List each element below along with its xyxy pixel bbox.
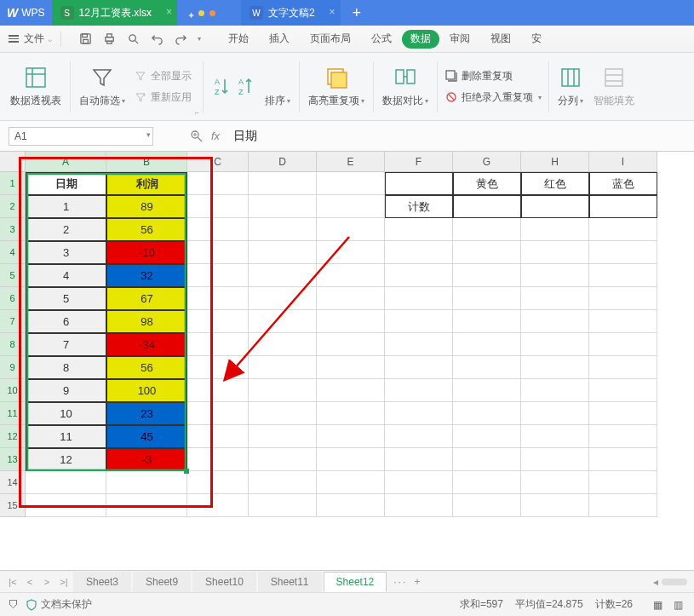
row-header-11[interactable]: 11 bbox=[0, 402, 26, 425]
cell[interactable] bbox=[453, 379, 521, 402]
insert-function-icon[interactable] bbox=[187, 127, 206, 146]
sort-button[interactable]: 排序▾ bbox=[260, 61, 295, 112]
cell[interactable]: 32 bbox=[106, 264, 187, 287]
sheet-tab-Sheet12[interactable]: Sheet12 bbox=[324, 572, 387, 592]
cell[interactable]: 8 bbox=[26, 356, 106, 379]
row-header-3[interactable]: 3 bbox=[0, 218, 26, 241]
cell[interactable] bbox=[453, 448, 521, 471]
cell[interactable]: 7 bbox=[26, 333, 106, 356]
col-header-I[interactable]: I bbox=[589, 152, 657, 172]
formula-value[interactable]: 日期 bbox=[233, 129, 257, 144]
row-header-5[interactable]: 5 bbox=[0, 264, 26, 287]
save-button[interactable] bbox=[75, 30, 95, 49]
cell[interactable] bbox=[249, 494, 317, 517]
cell[interactable] bbox=[385, 471, 453, 494]
fill-handle[interactable] bbox=[184, 469, 189, 474]
cell[interactable]: 6 bbox=[26, 310, 106, 333]
row-header-8[interactable]: 8 bbox=[0, 333, 26, 356]
cell[interactable]: 4 bbox=[26, 264, 106, 287]
cell[interactable] bbox=[589, 494, 657, 517]
view-pagebreak-icon[interactable]: ▥ bbox=[670, 597, 685, 613]
smartfill-button[interactable]: 智能填充 bbox=[588, 61, 640, 112]
cell[interactable] bbox=[26, 471, 106, 494]
cell[interactable] bbox=[385, 333, 453, 356]
sheet-tab-Sheet3[interactable]: Sheet3 bbox=[73, 572, 131, 592]
cell[interactable] bbox=[317, 402, 385, 425]
col-header-A[interactable]: A bbox=[26, 152, 106, 172]
cell[interactable] bbox=[187, 218, 249, 241]
cell[interactable] bbox=[249, 287, 317, 310]
cell[interactable]: 红色 bbox=[521, 172, 589, 195]
cell[interactable] bbox=[521, 287, 589, 310]
sheet-last-button[interactable]: >| bbox=[56, 574, 72, 590]
cell[interactable] bbox=[589, 402, 657, 425]
removedup-button[interactable]: 删除重复项 bbox=[441, 67, 545, 85]
cell[interactable]: 98 bbox=[106, 310, 187, 333]
cell[interactable] bbox=[589, 287, 657, 310]
cell[interactable]: 100 bbox=[106, 379, 187, 402]
redo-button[interactable] bbox=[170, 30, 191, 49]
cell[interactable] bbox=[589, 218, 657, 241]
cell[interactable]: 利润 bbox=[106, 172, 187, 195]
cell[interactable] bbox=[453, 425, 521, 448]
cell[interactable] bbox=[453, 333, 521, 356]
col-header-G[interactable]: G bbox=[453, 152, 521, 172]
cell[interactable]: 89 bbox=[106, 195, 187, 218]
cell[interactable] bbox=[589, 425, 657, 448]
cell[interactable]: 黄色 bbox=[453, 172, 521, 195]
cell[interactable] bbox=[589, 471, 657, 494]
doc-guard-icon[interactable]: ⛉ bbox=[9, 599, 19, 611]
cell[interactable] bbox=[249, 218, 317, 241]
cell[interactable] bbox=[106, 471, 187, 494]
cell[interactable] bbox=[187, 402, 249, 425]
cell[interactable] bbox=[317, 195, 385, 218]
cell[interactable]: 23 bbox=[106, 402, 187, 425]
cell[interactable] bbox=[453, 195, 521, 218]
showall-button[interactable]: 全部显示 bbox=[130, 67, 195, 85]
name-box[interactable]: A1 ▾ bbox=[9, 127, 153, 146]
cell[interactable] bbox=[26, 494, 106, 517]
autofilter-button[interactable]: 自动筛选▾ bbox=[74, 61, 130, 112]
sort-desc-button[interactable]: AZ bbox=[234, 71, 256, 103]
cell[interactable] bbox=[249, 402, 317, 425]
fx-icon[interactable]: fx bbox=[211, 130, 220, 142]
cell[interactable]: 10 bbox=[26, 402, 106, 425]
menu-start[interactable]: 开始 bbox=[218, 26, 259, 52]
cell[interactable] bbox=[453, 287, 521, 310]
hscroll-left[interactable]: ◂ bbox=[653, 576, 658, 588]
cell[interactable]: 67 bbox=[106, 287, 187, 310]
row-header-10[interactable]: 10 bbox=[0, 379, 26, 402]
cell[interactable] bbox=[385, 425, 453, 448]
sheet-tab-Sheet9[interactable]: Sheet9 bbox=[133, 572, 191, 592]
sheet-next-button[interactable]: > bbox=[39, 574, 54, 590]
cell[interactable] bbox=[317, 448, 385, 471]
close-icon[interactable]: × bbox=[330, 7, 336, 17]
sheet-more-button[interactable]: ··· bbox=[393, 576, 407, 588]
sheet-first-button[interactable]: |< bbox=[5, 574, 20, 590]
cell[interactable] bbox=[521, 218, 589, 241]
cell[interactable] bbox=[187, 471, 249, 494]
cell[interactable]: 5 bbox=[26, 287, 106, 310]
print-button[interactable] bbox=[99, 30, 119, 49]
col-header-E[interactable]: E bbox=[317, 152, 385, 172]
reapply-button[interactable]: 重新应用 bbox=[130, 89, 195, 107]
cell[interactable] bbox=[187, 333, 249, 356]
cell[interactable]: 3 bbox=[26, 241, 106, 264]
cell[interactable] bbox=[589, 195, 657, 218]
cell[interactable] bbox=[521, 494, 589, 517]
dropdown-icon[interactable]: ▾ bbox=[146, 130, 151, 139]
cell[interactable] bbox=[385, 494, 453, 517]
cell[interactable] bbox=[249, 471, 317, 494]
col-header-F[interactable]: F bbox=[385, 152, 453, 172]
cell[interactable] bbox=[317, 218, 385, 241]
cell[interactable] bbox=[453, 356, 521, 379]
cell[interactable] bbox=[385, 310, 453, 333]
pivot-table-button[interactable]: 数据透视表 bbox=[5, 61, 66, 112]
cell[interactable] bbox=[249, 172, 317, 195]
cell[interactable]: 蓝色 bbox=[589, 172, 657, 195]
menu-view[interactable]: 视图 bbox=[480, 26, 521, 52]
menu-formula[interactable]: 公式 bbox=[361, 26, 402, 52]
cell[interactable]: 56 bbox=[106, 356, 187, 379]
cell[interactable]: 计数 bbox=[385, 195, 453, 218]
cell[interactable] bbox=[385, 287, 453, 310]
